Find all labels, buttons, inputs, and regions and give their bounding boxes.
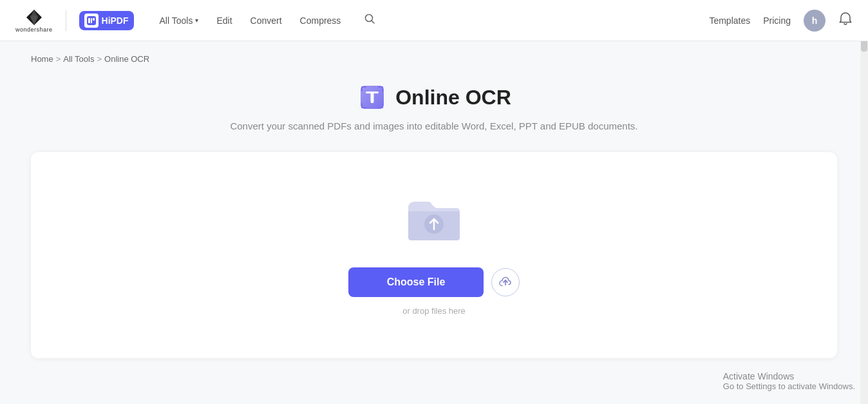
chevron-down-icon: ▾ xyxy=(195,17,198,24)
breadcrumb-all-tools[interactable]: All Tools xyxy=(63,54,94,64)
nav-all-tools[interactable]: All Tools ▾ xyxy=(152,10,207,31)
hipdf-logo-icon xyxy=(86,15,97,26)
page-title: Online OCR xyxy=(395,86,511,110)
upload-card: Choose File or drop files here xyxy=(31,152,837,358)
ocr-icon xyxy=(357,82,388,113)
svg-rect-8 xyxy=(371,91,374,103)
wondershare-logo: wondershare xyxy=(15,8,53,33)
upload-buttons: Choose File xyxy=(348,267,520,297)
breadcrumb-home[interactable]: Home xyxy=(31,54,53,64)
breadcrumb-current: Online OCR xyxy=(104,54,149,64)
page-title-row: Online OCR xyxy=(31,82,837,113)
svg-rect-2 xyxy=(91,18,92,23)
drop-text: or drop files here xyxy=(402,306,466,316)
navbar: wondershare HiPDF All Tools ▾ xyxy=(0,0,868,41)
navbar-right: Templates Pricing h xyxy=(709,10,853,32)
nav-edit[interactable]: Edit xyxy=(209,10,240,31)
wondershare-text: wondershare xyxy=(15,26,53,33)
nav-links: All Tools ▾ Edit Convert Compress xyxy=(152,10,349,31)
hipdf-label: HiPDF xyxy=(102,15,129,26)
breadcrumb-sep-2: > xyxy=(97,54,102,64)
templates-link[interactable]: Templates xyxy=(709,15,750,26)
upload-folder-icon xyxy=(402,189,466,249)
user-avatar[interactable]: h xyxy=(804,10,826,32)
search-icon[interactable] xyxy=(359,8,381,33)
cloud-upload-button[interactable] xyxy=(491,268,520,296)
nav-compress[interactable]: Compress xyxy=(292,10,349,31)
breadcrumb: Home > All Tools > Online OCR xyxy=(31,54,837,64)
nav-divider xyxy=(66,10,66,31)
wondershare-diamond-icon xyxy=(25,8,43,26)
scrollbar[interactable] xyxy=(860,0,868,384)
main-content: Home > All Tools > Online OCR xyxy=(15,41,853,384)
page-subtitle: Convert your scanned PDFs and images int… xyxy=(31,120,837,131)
pricing-link[interactable]: Pricing xyxy=(763,15,791,26)
page-header: Online OCR Convert your scanned PDFs and… xyxy=(31,82,837,131)
svg-point-4 xyxy=(366,15,373,22)
hipdf-icon xyxy=(84,14,99,28)
hipdf-badge[interactable]: HiPDF xyxy=(79,11,134,30)
navbar-left: wondershare HiPDF All Tools ▾ xyxy=(15,8,709,33)
nav-convert[interactable]: Convert xyxy=(243,10,290,31)
choose-file-button[interactable]: Choose File xyxy=(348,267,484,297)
svg-rect-3 xyxy=(93,18,95,21)
breadcrumb-sep-1: > xyxy=(56,54,61,64)
wondershare-logo-link[interactable]: wondershare xyxy=(15,8,53,33)
bell-icon[interactable] xyxy=(838,12,853,29)
cloud-upload-icon xyxy=(499,276,512,289)
svg-rect-1 xyxy=(88,18,90,23)
